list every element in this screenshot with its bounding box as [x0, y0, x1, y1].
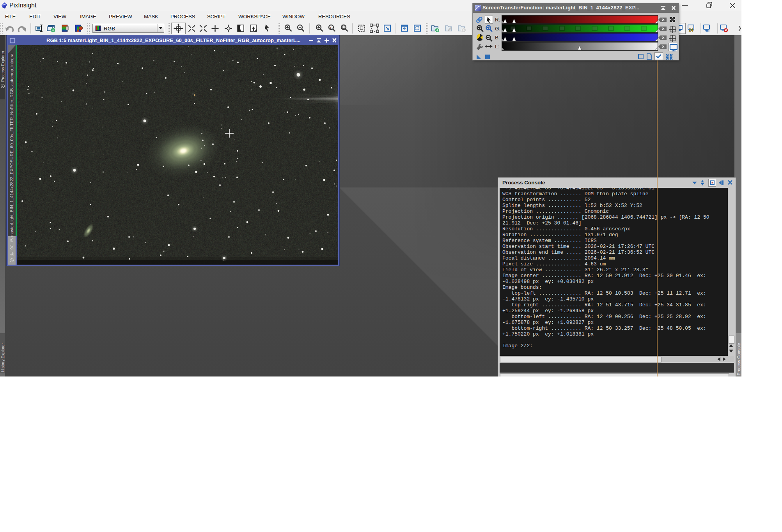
svg-text:24: 24 [689, 28, 693, 32]
svg-text:G:: G: [495, 26, 500, 32]
svg-text:RGB: RGB [104, 26, 115, 32]
svg-text:1: 1 [330, 26, 332, 30]
svg-text:R:: R: [495, 17, 500, 23]
svg-text:L:: L: [495, 44, 499, 49]
svg-text:B:: B: [495, 35, 500, 41]
